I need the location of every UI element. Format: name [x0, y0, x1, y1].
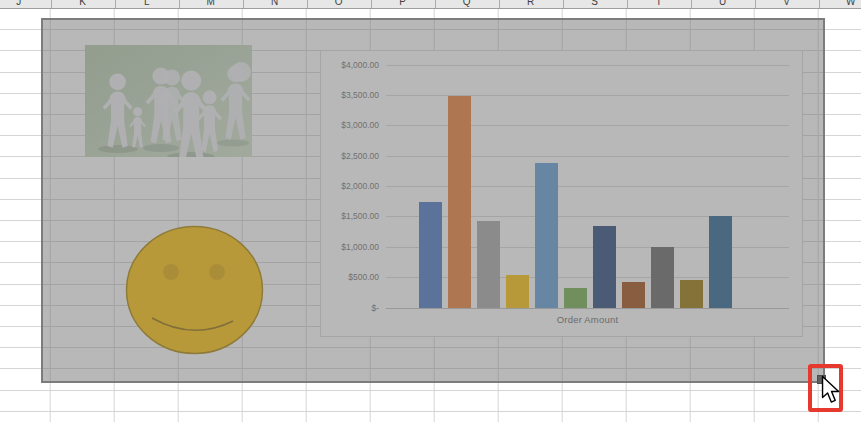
column-header-S[interactable]: S	[563, 0, 628, 8]
column-header-R[interactable]: R	[499, 0, 564, 8]
column-headers: JKLMNOPQRSTUVW	[0, 0, 861, 9]
column-header-label: Q	[463, 0, 471, 8]
column-header-label: S	[591, 0, 598, 8]
column-header-J[interactable]: J	[0, 0, 52, 8]
column-header-W[interactable]: W	[819, 0, 861, 8]
column-header-K[interactable]: K	[51, 0, 116, 8]
column-header-T[interactable]: T	[627, 0, 692, 8]
column-header-label: T	[656, 0, 662, 8]
column-header-label: J	[16, 0, 21, 8]
column-header-N[interactable]: N	[243, 0, 308, 8]
column-header-U[interactable]: U	[691, 0, 756, 8]
column-header-label: M	[207, 0, 215, 8]
spreadsheet: JKLMNOPQRSTUVW	[0, 0, 861, 422]
column-header-label: O	[335, 0, 343, 8]
column-header-M[interactable]: M	[179, 0, 244, 8]
column-header-label: R	[527, 0, 534, 8]
column-header-label: N	[271, 0, 278, 8]
column-header-L[interactable]: L	[115, 0, 180, 8]
column-header-Q[interactable]: Q	[435, 0, 500, 8]
column-header-V[interactable]: V	[755, 0, 820, 8]
cursor-arrow-icon	[821, 375, 841, 406]
selection-overlay	[41, 18, 825, 383]
column-header-label: P	[399, 0, 406, 8]
column-header-P[interactable]: P	[371, 0, 436, 8]
column-header-label: W	[846, 0, 855, 8]
column-header-O[interactable]: O	[307, 0, 372, 8]
column-header-label: K	[79, 0, 86, 8]
column-header-label: V	[783, 0, 790, 8]
column-header-label: U	[719, 0, 726, 8]
column-header-label: L	[144, 0, 150, 8]
